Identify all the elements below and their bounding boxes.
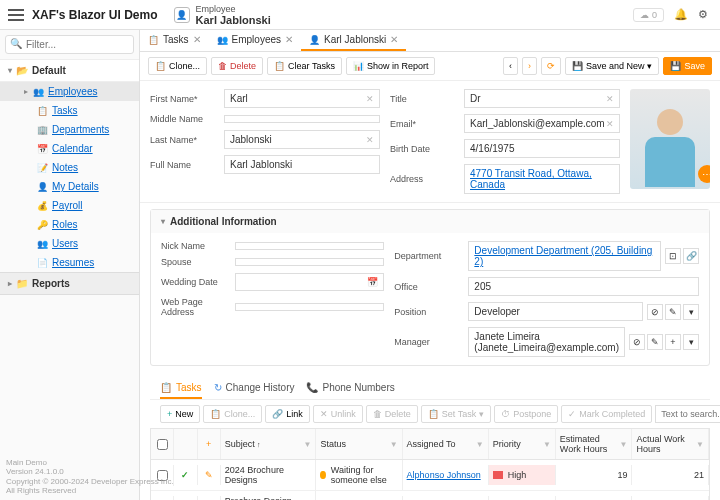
tab-karl-jablonski[interactable]: 👤Karl Jablonski✕ bbox=[301, 30, 406, 51]
save-and-new-button[interactable]: 💾Save and New▾ bbox=[565, 57, 660, 75]
sidebar-item-employees[interactable]: ▸👥Employees bbox=[0, 82, 139, 101]
show-report-button[interactable]: 📊Show in Report bbox=[346, 57, 436, 75]
filter-input[interactable] bbox=[5, 35, 134, 54]
select-all-checkbox[interactable] bbox=[157, 439, 168, 450]
nav-section-default[interactable]: ▾ 📂 Default bbox=[0, 60, 139, 82]
next-button[interactable]: › bbox=[522, 57, 537, 75]
clear-icon[interactable]: ✕ bbox=[606, 119, 614, 129]
spouse-input[interactable] bbox=[235, 258, 384, 266]
calendar-icon[interactable]: 📅 bbox=[367, 277, 378, 287]
col-subject[interactable]: Subject↑▼ bbox=[221, 429, 317, 459]
filter-icon[interactable]: ▼ bbox=[476, 440, 484, 449]
set-task-button[interactable]: 📋Set Task▾ bbox=[421, 405, 491, 423]
link-button[interactable]: 🔗Link bbox=[265, 405, 310, 423]
add-column-icon[interactable]: + bbox=[198, 429, 221, 459]
clear-icon[interactable]: ⊘ bbox=[647, 304, 663, 320]
notifications-icon[interactable]: 🔔 bbox=[674, 8, 688, 22]
dept-link[interactable]: Development Department (205, Building 2) bbox=[468, 241, 661, 271]
cell-assigned[interactable]: Beverly Oneil bbox=[403, 496, 489, 500]
refresh-button[interactable]: ⟳ bbox=[541, 57, 561, 75]
add-icon[interactable]: + bbox=[665, 334, 681, 350]
middle-name-input[interactable] bbox=[224, 115, 380, 123]
cell-assigned[interactable]: Alphonso Johnson bbox=[403, 465, 489, 485]
open-icon[interactable]: ⊡ bbox=[665, 248, 681, 264]
subtab-phone[interactable]: 📞Phone Numbers bbox=[306, 378, 394, 399]
col-act-hours[interactable]: Actual Work Hours▼ bbox=[632, 429, 709, 459]
col-priority[interactable]: Priority▼ bbox=[489, 429, 556, 459]
edit-icon[interactable]: ✎ bbox=[665, 304, 681, 320]
web-input[interactable] bbox=[235, 303, 384, 311]
subtab-history[interactable]: ↻Change History bbox=[214, 378, 295, 399]
tab-tasks[interactable]: 📋Tasks✕ bbox=[140, 30, 209, 51]
menu-icon[interactable] bbox=[8, 9, 24, 21]
sidebar-item-resumes[interactable]: 📄Resumes bbox=[0, 253, 139, 272]
new-button[interactable]: +New bbox=[160, 405, 200, 423]
sidebar-item-departments[interactable]: 🏢Departments bbox=[0, 120, 139, 139]
settings-icon[interactable]: ⚙ bbox=[698, 8, 712, 22]
cloud-badge[interactable]: ☁0 bbox=[633, 8, 664, 22]
office-input[interactable]: 205 bbox=[468, 277, 699, 296]
grid-search-input[interactable] bbox=[655, 405, 720, 423]
postpone-button[interactable]: ⏱Postpone bbox=[494, 405, 558, 423]
save-button[interactable]: 💾Save bbox=[663, 57, 712, 75]
wedding-input[interactable]: 📅 bbox=[235, 273, 384, 291]
document-tabs: 📋Tasks✕👥Employees✕👤Karl Jablonski✕ bbox=[140, 30, 720, 52]
grid-delete-button[interactable]: 🗑Delete bbox=[366, 405, 418, 423]
clear-icon[interactable]: ⊘ bbox=[629, 334, 645, 350]
first-name-input[interactable]: Karl✕ bbox=[224, 89, 380, 108]
nick-input[interactable] bbox=[235, 242, 384, 250]
filter-icon[interactable]: ▼ bbox=[619, 440, 627, 449]
sidebar-item-notes[interactable]: 📝Notes bbox=[0, 158, 139, 177]
manager-input[interactable]: Janete Limeira (Janete_Limeira@example.c… bbox=[468, 327, 625, 357]
additional-info-section: ▾Additional Information Nick Name Spouse… bbox=[150, 209, 710, 366]
sidebar-item-users[interactable]: 👥Users bbox=[0, 234, 139, 253]
detail-tabs: 📋Tasks ↻Change History 📞Phone Numbers bbox=[150, 372, 710, 400]
clone-button[interactable]: 📋Clone... bbox=[148, 57, 207, 75]
full-name-input[interactable]: Karl Jablonski bbox=[224, 155, 380, 174]
nav-section-reports[interactable]: ▸ 📁 Reports bbox=[0, 272, 139, 295]
filter-icon[interactable]: ▼ bbox=[696, 440, 704, 449]
clear-icon[interactable]: ✕ bbox=[606, 94, 614, 104]
close-icon[interactable]: ✕ bbox=[390, 34, 398, 45]
sidebar-item-my-details[interactable]: 👤My Details bbox=[0, 177, 139, 196]
table-row[interactable]: ✓✎Brochure Design ReviewDeferredBeverly … bbox=[151, 491, 709, 500]
prev-button[interactable]: ‹ bbox=[503, 57, 518, 75]
dropdown-icon[interactable]: ▾ bbox=[683, 334, 699, 350]
close-icon[interactable]: ✕ bbox=[285, 34, 293, 45]
clear-icon[interactable]: ✕ bbox=[366, 135, 374, 145]
mark-completed-button[interactable]: ✓Mark Completed bbox=[561, 405, 652, 423]
tab-employees[interactable]: 👥Employees✕ bbox=[209, 30, 301, 51]
sidebar-item-calendar[interactable]: 📅Calendar bbox=[0, 139, 139, 158]
clear-icon[interactable]: ✕ bbox=[366, 94, 374, 104]
filter-icon[interactable]: ▼ bbox=[304, 440, 312, 449]
dropdown-icon[interactable]: ▾ bbox=[683, 304, 699, 320]
edit-icon[interactable]: ✎ bbox=[647, 334, 663, 350]
filter-icon[interactable]: ▼ bbox=[390, 440, 398, 449]
sidebar-item-tasks[interactable]: 📋Tasks bbox=[0, 101, 139, 120]
subtab-tasks[interactable]: 📋Tasks bbox=[160, 378, 202, 399]
photo-actions-button[interactable]: ⋯ bbox=[698, 165, 710, 183]
last-name-input[interactable]: Jablonski✕ bbox=[224, 130, 380, 149]
clear-tasks-button[interactable]: 📋Clear Tasks bbox=[267, 57, 342, 75]
sidebar-item-payroll[interactable]: 💰Payroll bbox=[0, 196, 139, 215]
grid-clone-button[interactable]: 📋Clone... bbox=[203, 405, 262, 423]
close-icon[interactable]: ✕ bbox=[193, 34, 201, 45]
section-header[interactable]: ▾Additional Information bbox=[151, 210, 709, 233]
col-assigned[interactable]: Assigned To▼ bbox=[403, 429, 489, 459]
unlink-button[interactable]: ✕Unlink bbox=[313, 405, 363, 423]
table-row[interactable]: ✓✎2024 Brochure DesignsWaiting for someo… bbox=[151, 460, 709, 491]
col-status[interactable]: Status▼ bbox=[316, 429, 402, 459]
edit-icon[interactable]: ✎ bbox=[198, 465, 221, 485]
sidebar-item-roles[interactable]: 🔑Roles bbox=[0, 215, 139, 234]
position-input[interactable]: Developer bbox=[468, 302, 643, 321]
link-icon[interactable]: 🔗 bbox=[683, 248, 699, 264]
email-input[interactable]: Karl_Jablonski@example.com✕ bbox=[464, 114, 620, 133]
filter-icon[interactable]: ▼ bbox=[543, 440, 551, 449]
birth-input[interactable]: 4/16/1975 bbox=[464, 139, 620, 158]
col-est-hours[interactable]: Estimated Work Hours▼ bbox=[556, 429, 633, 459]
full-name-label: Full Name bbox=[150, 160, 220, 170]
address-link[interactable]: 4770 Transit Road, Ottawa, Canada bbox=[464, 164, 620, 194]
title-input[interactable]: Dr✕ bbox=[464, 89, 620, 108]
delete-button[interactable]: 🗑Delete bbox=[211, 57, 263, 75]
edit-icon[interactable]: ✎ bbox=[198, 496, 221, 500]
